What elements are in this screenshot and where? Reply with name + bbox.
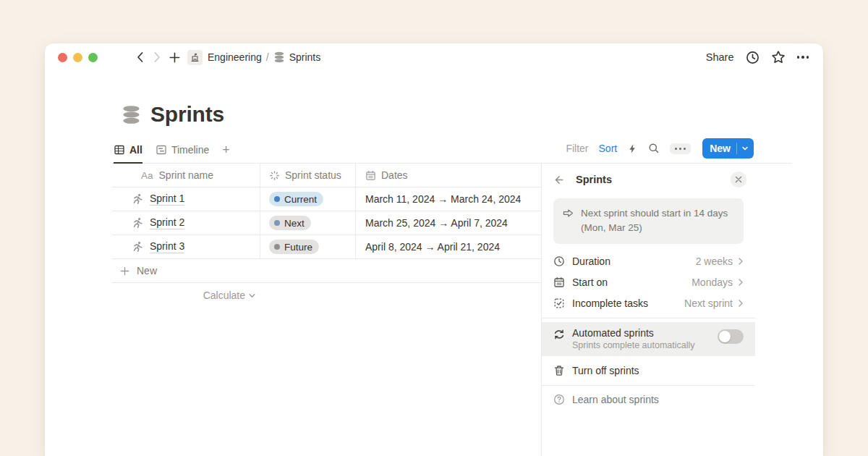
setting-value: Next sprint [684,297,733,309]
chevron-right-icon [738,299,744,308]
new-page-icon[interactable] [166,48,183,66]
callout-text: Next sprint should start in 14 days (Mon… [581,206,728,236]
setting-label: Duration [572,256,610,267]
date-range: March 11, 2024 → March 24, 2024 [365,193,521,205]
zoom-window-button[interactable] [88,53,98,62]
sprints-table: Aa Sprint name Sprint status Dates [112,164,541,456]
sprint-status-cell[interactable]: Next [260,211,356,235]
nav-forward-icon[interactable] [148,48,166,66]
filter-button[interactable]: Filter [566,143,588,154]
table-row: Sprint 1 Current March 11, 2024 → March … [112,187,541,211]
toggle-knob [719,331,731,342]
text-property-icon: Aa [141,170,153,181]
setting-value: Mondays [692,276,733,288]
setting-label: Incomplete tasks [572,297,648,309]
status-badge[interactable]: Next [269,216,311,230]
timeline-view-icon [156,144,167,156]
table-row: Sprint 3 Future April 8, 2024 → April 21… [112,235,541,259]
traffic-lights [58,53,98,62]
breadcrumb-separator: / [266,51,269,63]
turn-off-sprints-button[interactable]: Turn off sprints [542,356,755,385]
new-button[interactable]: New [702,138,754,159]
sprint-name-cell[interactable]: Sprint 1 [112,187,260,211]
chevron-right-icon [738,257,744,266]
setting-duration[interactable]: Duration 2 weeks [542,251,755,272]
status-badge[interactable]: Current [269,192,323,206]
table-header-row: Aa Sprint name Sprint status Dates [112,164,541,187]
sprint-name-cell[interactable]: Sprint 3 [112,235,260,258]
panel-title: Sprints [576,174,612,185]
repeat-icon [553,329,565,340]
date-range: March 25, 2024 → April 7, 2024 [365,217,508,229]
share-button[interactable]: Share [706,51,734,63]
trash-icon [553,365,565,376]
sprint-name-link[interactable]: Sprint 3 [150,240,184,253]
column-header-sprint-status[interactable]: Sprint status [260,164,356,187]
sprints-settings-panel: Sprints Next sprint should start in 14 d… [541,164,755,456]
dates-cell[interactable]: April 8, 2024 → April 21, 2024 [356,235,541,258]
page-header: Sprints [122,101,823,127]
history-clock-icon[interactable] [746,51,760,64]
panel-close-icon[interactable] [731,172,746,187]
workspace-building-icon [187,50,203,65]
nav-back-icon[interactable] [131,48,148,66]
setting-incomplete-tasks[interactable]: Incomplete tasks Next sprint [542,293,755,314]
view-options-icon[interactable] [670,143,691,154]
favorite-star-icon[interactable] [771,50,786,64]
column-label: Dates [381,169,408,181]
automated-sprints-row[interactable]: Automated sprints Sprints complete autom… [542,322,755,356]
calculate-button[interactable]: Calculate [112,283,260,308]
runner-icon [132,241,144,253]
dates-cell[interactable]: March 25, 2024 → April 7, 2024 [356,211,541,235]
table-view-icon [114,144,125,156]
search-icon[interactable] [648,143,660,154]
more-options-icon[interactable] [797,56,809,59]
add-row-button[interactable]: New [112,259,541,283]
sprint-name-cell[interactable]: Sprint 2 [112,211,260,235]
database-icon [122,105,141,124]
sprint-name-link[interactable]: Sprint 2 [150,216,184,229]
date-range: April 8, 2024 → April 21, 2024 [365,241,500,253]
breadcrumb-workspace[interactable]: Engineering [208,51,262,63]
window-topbar: Engineering / Sprints Share [45,43,823,71]
setting-value: 2 weeks [696,256,733,267]
arrow-right-icon [562,207,574,236]
add-view-icon[interactable]: + [222,143,230,163]
tab-all[interactable]: All [114,144,142,164]
database-icon [273,51,285,63]
question-circle-icon [553,394,565,405]
plus-icon [119,266,130,276]
status-spinner-icon [269,170,280,181]
learn-about-sprints-link[interactable]: Learn about sprints [542,386,755,413]
sort-button[interactable]: Sort [599,143,618,154]
status-dot [274,196,280,202]
dates-cell[interactable]: March 11, 2024 → March 24, 2024 [356,187,541,211]
turn-off-sprints-label: Turn off sprints [572,365,639,376]
chevron-down-icon[interactable] [736,143,754,154]
close-window-button[interactable] [58,53,67,62]
tab-all-label: All [129,144,142,156]
column-label: Sprint status [285,169,341,181]
tab-timeline[interactable]: Timeline [156,144,209,162]
calendar-icon [553,276,565,288]
clock-icon [553,256,565,267]
minimize-window-button[interactable] [73,53,82,62]
next-sprint-callout: Next sprint should start in 14 days (Mon… [553,198,744,244]
status-dot [274,244,280,250]
add-row-label: New [137,265,157,276]
sprint-status-cell[interactable]: Future [260,235,356,258]
column-header-dates[interactable]: Dates [356,164,541,187]
automated-sprints-toggle[interactable] [718,329,744,344]
column-header-sprint-name[interactable]: Aa Sprint name [112,164,260,187]
sprint-status-cell[interactable]: Current [260,187,356,211]
sprint-name-link[interactable]: Sprint 1 [150,193,184,206]
panel-back-icon[interactable] [553,174,566,186]
status-badge[interactable]: Future [269,240,319,254]
automated-sprints-sublabel: Sprints complete automatically [572,340,695,350]
breadcrumb-page[interactable]: Sprints [289,51,321,63]
setting-start-on[interactable]: Start on Mondays [542,272,755,293]
sidebar-menu-icon[interactable] [111,48,125,66]
new-button-label: New [702,143,736,154]
automations-lightning-icon[interactable] [627,143,638,154]
status-label: Next [284,218,305,229]
